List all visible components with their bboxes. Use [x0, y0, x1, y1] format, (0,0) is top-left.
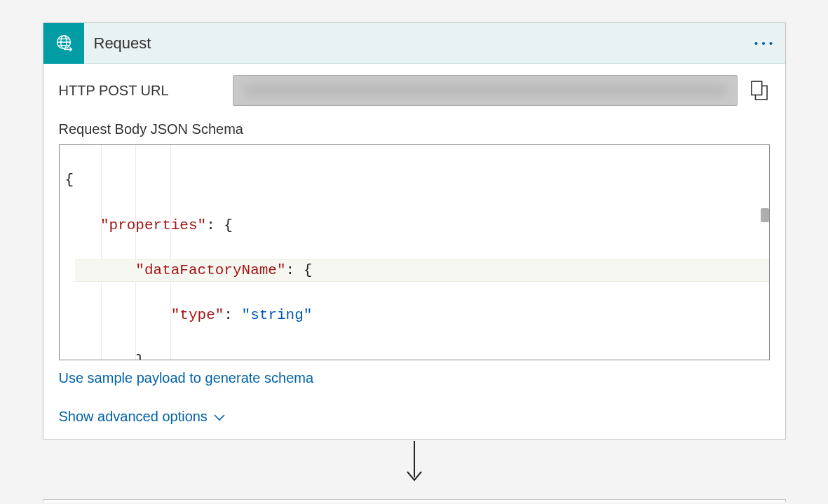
redacted-url [243, 84, 727, 97]
code-content: { "properties": { "dataFactoryName": { "… [60, 145, 769, 360]
card-overflow-menu[interactable] [747, 27, 780, 60]
http-post-url-label: HTTP POST URL [59, 83, 233, 99]
chevron-down-icon [213, 409, 226, 425]
http-post-url-field[interactable] [233, 75, 738, 106]
copy-url-button[interactable] [749, 80, 770, 101]
svg-point-7 [761, 41, 764, 44]
card-body: HTTP POST URL Request Body JSON Schema [43, 64, 785, 439]
svg-point-8 [769, 41, 772, 44]
json-schema-editor[interactable]: { "properties": { "dataFactoryName": { "… [59, 144, 770, 360]
designer-canvas: Request HTTP POST URL [0, 0, 828, 504]
globe-request-icon [43, 23, 84, 64]
schema-label: Request Body JSON Schema [59, 121, 770, 137]
svg-rect-9 [751, 81, 761, 95]
next-card-preview [43, 499, 786, 502]
flow-connector-arrow [0, 441, 828, 486]
card-header[interactable]: Request [43, 23, 785, 64]
use-sample-payload-link[interactable]: Use sample payload to generate schema [59, 370, 314, 386]
request-trigger-card: Request HTTP POST URL [43, 22, 786, 440]
http-post-url-row: HTTP POST URL [59, 75, 770, 106]
show-advanced-options-toggle[interactable]: Show advanced options [59, 409, 226, 425]
svg-point-6 [754, 41, 757, 44]
card-title: Request [94, 34, 747, 53]
